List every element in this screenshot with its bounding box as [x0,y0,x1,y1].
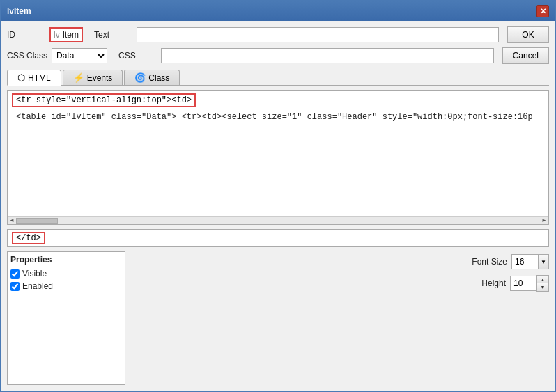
top-line-box: <tr style="vertical-align:top"><td> [12,93,544,107]
properties-box: Properties Visible Enabled [7,251,125,385]
html-content[interactable]: <tr style="vertical-align:top"><td> <tab… [8,91,548,216]
css-class-row: CSS Class Data CSS Cancel [7,47,549,64]
enabled-label: Enabled [22,281,53,291]
content-area: ID lv Item Text OK CSS Class Data CSS Ca… [1,21,555,391]
tab-html-label: HTML [28,73,51,83]
bottom-line: </td> [12,232,45,244]
main-window: lvItem ✕ ID lv Item Text OK CSS Class Da… [0,0,556,392]
tab-class[interactable]: 🌀 Class [124,70,180,85]
height-spinner: ▲ ▼ [536,275,549,292]
height-row: Height ▲ ▼ [464,275,549,292]
css-class-select[interactable]: Data [52,48,107,63]
font-size-row: Font Size ▼ [465,254,549,269]
css-label: CSS [118,51,157,61]
css-class-label: CSS Class [7,51,47,61]
id-field: lv Item [49,27,83,42]
tab-events-label: Events [87,73,113,83]
height-spinner-container: ▲ ▼ [510,275,549,292]
property-enabled: Enabled [10,280,122,292]
html-icon: ⬡ [17,72,25,83]
text-label: Text [94,30,132,40]
html-second-line: <table id="lvItem" class="Data"> <tr><td… [8,110,548,124]
scroll-left-icon[interactable]: ◄ [9,217,15,224]
events-icon: ⚡ [73,72,84,83]
scroll-right-icon[interactable]: ► [541,217,547,224]
title-bar: lvItem ✕ [1,1,555,21]
height-label: Height [464,279,506,288]
font-size-combo: ▼ [511,254,549,269]
tab-html[interactable]: ⬡ HTML [7,70,61,86]
text-input[interactable] [137,27,499,42]
height-down-button[interactable]: ▼ [537,283,548,291]
ok-button[interactable]: OK [507,26,549,43]
enabled-checkbox[interactable] [10,282,20,291]
close-button[interactable]: ✕ [536,5,549,17]
font-size-input[interactable] [511,254,538,269]
font-size-dropdown-btn[interactable]: ▼ [538,254,549,269]
window-title: lvItem [7,6,31,16]
id-text-row: ID lv Item Text OK [7,26,549,43]
tab-events[interactable]: ⚡ Events [63,70,123,85]
cancel-button[interactable]: Cancel [502,47,549,64]
id-label: ID [7,30,45,40]
property-visible: Visible [10,267,122,280]
bottom-section: Properties Visible Enabled Font Size ▼ [7,251,549,385]
css-class-dropdown: Data [52,48,107,63]
scroll-thumb[interactable] [16,218,58,224]
html-top-line: <tr style="vertical-align:top"><td> [12,93,196,107]
horizontal-scrollbar[interactable]: ◄ ► [8,216,548,224]
tab-class-label: Class [148,73,169,83]
class-icon: 🌀 [134,72,146,83]
css-input[interactable] [161,48,494,63]
html-editor: <tr style="vertical-align:top"><td> <tab… [7,90,549,225]
font-size-label: Font Size [465,257,507,267]
tab-bar: ⬡ HTML ⚡ Events 🌀 Class [7,70,549,86]
visible-label: Visible [22,269,47,279]
height-input[interactable] [510,276,536,291]
bottom-text-area: </td> [7,229,549,247]
properties-title: Properties [10,255,122,265]
height-up-button[interactable]: ▲ [537,276,548,283]
id-value: Item [63,30,79,40]
right-properties: Font Size ▼ Height ▲ ▼ [131,251,549,385]
id-prefix: lv [54,30,60,40]
visible-checkbox[interactable] [10,269,20,279]
